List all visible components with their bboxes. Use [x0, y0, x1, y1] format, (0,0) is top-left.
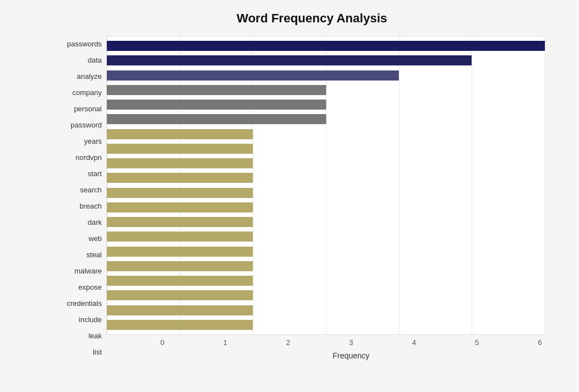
- bar-row: [107, 84, 545, 96]
- y-label: data: [88, 53, 102, 68]
- bar-row: [107, 304, 545, 317]
- bar: [107, 261, 253, 271]
- y-label: list: [93, 345, 102, 360]
- x-axis-area: 0123456 Frequency: [157, 335, 545, 360]
- bar-row: [107, 201, 545, 214]
- y-label: leak: [88, 329, 102, 343]
- y-label: nordvpn: [76, 150, 102, 165]
- bar-row: [107, 40, 545, 52]
- bar: [107, 202, 253, 212]
- x-tick-label: 5: [472, 338, 483, 347]
- bar-row: [107, 245, 545, 258]
- bar-row: [107, 128, 545, 140]
- bar: [107, 173, 253, 183]
- bar: [107, 188, 253, 198]
- bar: [107, 158, 253, 168]
- bar-row: [107, 98, 545, 111]
- bar-row: [107, 113, 545, 125]
- bar-row: [107, 172, 545, 184]
- x-tick-label: 1: [220, 338, 231, 347]
- bar: [107, 41, 545, 51]
- bar-row: [107, 69, 545, 82]
- chart-title: Word Frequency Analysis: [56, 11, 545, 26]
- y-label: dark: [88, 215, 102, 230]
- chart-container: Word Frequency Analysis passwordsdataana…: [0, 0, 579, 392]
- bar-row: [107, 260, 545, 272]
- bar: [107, 100, 326, 110]
- bar: [107, 247, 253, 257]
- bar: [107, 290, 253, 300]
- bar: [107, 232, 253, 242]
- x-tick-label: 4: [408, 338, 420, 347]
- y-axis-labels: passwordsdataanalyzecompanypersonalpassw…: [56, 36, 106, 360]
- bar-row: [107, 230, 545, 243]
- bar-row: [107, 187, 545, 199]
- y-label: password: [70, 118, 102, 133]
- y-label: malware: [74, 264, 102, 278]
- x-tick-label: 3: [346, 338, 357, 347]
- bar-row: [107, 319, 545, 331]
- y-label: steal: [87, 248, 102, 262]
- bar: [107, 114, 326, 124]
- bar: [107, 320, 253, 330]
- x-tick-label: 6: [534, 338, 545, 347]
- bar-row: [107, 216, 545, 228]
- y-label: breach: [79, 199, 102, 214]
- bar: [107, 305, 253, 315]
- bar: [107, 70, 399, 81]
- bar: [107, 85, 326, 95]
- bar-row: [107, 289, 545, 301]
- bar: [107, 144, 253, 154]
- y-label: years: [84, 134, 102, 149]
- y-label: search: [80, 183, 102, 197]
- y-label: web: [88, 232, 102, 246]
- bar-row: [107, 54, 545, 67]
- bars-area: [106, 36, 545, 335]
- y-label: analyze: [77, 69, 102, 84]
- bar-row: [107, 275, 545, 287]
- x-axis-title: Frequency: [157, 351, 545, 360]
- bar-row: [107, 157, 545, 169]
- y-label: start: [88, 167, 102, 181]
- y-label: company: [72, 86, 102, 100]
- bar: [107, 276, 253, 286]
- y-label: passwords: [67, 37, 102, 51]
- x-tick-label: 2: [283, 338, 294, 347]
- y-label: personal: [74, 102, 102, 116]
- y-label: expose: [78, 280, 102, 295]
- bar: [107, 129, 253, 139]
- bar: [107, 55, 472, 65]
- bar: [107, 217, 253, 227]
- bar-row: [107, 143, 545, 155]
- y-label: credentials: [67, 296, 102, 311]
- y-label: include: [79, 313, 102, 327]
- x-tick-label: 0: [157, 338, 168, 347]
- grid-line: [545, 36, 545, 334]
